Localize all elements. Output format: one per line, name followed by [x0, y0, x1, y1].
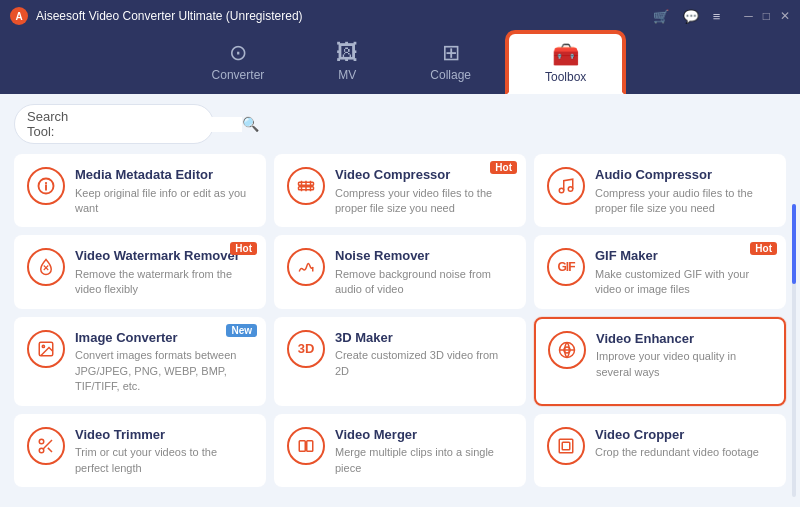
search-input[interactable] [74, 117, 242, 132]
tool-desc-video-compressor: Compress your video files to the proper … [335, 186, 513, 217]
app-title: Aiseesoft Video Converter Ultimate (Unre… [36, 9, 303, 23]
tool-icon-media-metadata-editor [27, 167, 65, 205]
svg-rect-22 [307, 440, 313, 451]
tool-icon-audio-compressor [547, 167, 585, 205]
tool-text-video-merger: Video Merger Merge multiple clips into a… [335, 427, 513, 476]
tab-mv[interactable]: 🖼 MV [300, 32, 394, 94]
scroll-track [792, 204, 796, 497]
tool-name-video-trimmer: Video Trimmer [75, 427, 253, 443]
badge-image-converter: New [226, 324, 257, 337]
tool-card-media-metadata-editor[interactable]: Media Metadata Editor Keep original file… [14, 154, 266, 227]
tool-card-audio-compressor[interactable]: Audio Compressor Compress your audio fil… [534, 154, 786, 227]
svg-rect-25 [562, 442, 570, 450]
tool-desc-media-metadata-editor: Keep original file info or edit as you w… [75, 186, 253, 217]
tool-text-video-watermark-remover: Video Watermark Remover Remove the water… [75, 248, 253, 297]
app-logo: A [10, 7, 28, 25]
svg-point-17 [39, 439, 44, 444]
svg-point-13 [42, 345, 44, 347]
tool-desc-video-merger: Merge multiple clips into a single piece [335, 445, 513, 476]
tool-name-video-watermark-remover: Video Watermark Remover [75, 248, 253, 264]
window-controls: ─ □ ✕ [744, 9, 790, 23]
tool-card-video-merger[interactable]: Video Merger Merge multiple clips into a… [274, 414, 526, 487]
tools-grid: Media Metadata Editor Keep original file… [14, 154, 786, 487]
tool-icon-video-trimmer [27, 427, 65, 465]
search-label: Search Tool: [27, 109, 68, 139]
tool-text-image-converter: Image Converter Convert images formats b… [75, 330, 253, 395]
tool-card-video-watermark-remover[interactable]: Video Watermark Remover Remove the water… [14, 235, 266, 308]
mv-label: MV [338, 68, 356, 82]
tool-card-gif-maker[interactable]: GIF GIF Maker Make customized GIF with y… [534, 235, 786, 308]
tool-text-video-trimmer: Video Trimmer Trim or cut your videos to… [75, 427, 253, 476]
title-bar-left: A Aiseesoft Video Converter Ultimate (Un… [10, 7, 303, 25]
tool-card-noise-remover[interactable]: Noise Remover Remove background noise fr… [274, 235, 526, 308]
tool-desc-image-converter: Convert images formats between JPG/JPEG,… [75, 348, 253, 394]
tool-name-media-metadata-editor: Media Metadata Editor [75, 167, 253, 183]
converter-label: Converter [212, 68, 265, 82]
tab-collage[interactable]: ⊞ Collage [394, 32, 507, 94]
tool-text-video-cropper: Video Cropper Crop the redundant video f… [595, 427, 773, 461]
badge-video-watermark-remover: Hot [230, 242, 257, 255]
tab-toolbox[interactable]: 🧰 Toolbox [507, 32, 624, 94]
tool-desc-audio-compressor: Compress your audio files to the proper … [595, 186, 773, 217]
tool-desc-video-trimmer: Trim or cut your videos to the perfect l… [75, 445, 253, 476]
tool-text-audio-compressor: Audio Compressor Compress your audio fil… [595, 167, 773, 216]
svg-rect-24 [559, 439, 573, 453]
cart-icon[interactable]: 🛒 [653, 9, 669, 24]
minimize-button[interactable]: ─ [744, 9, 753, 23]
tool-name-video-enhancer: Video Enhancer [596, 331, 772, 347]
tool-desc-video-cropper: Crop the redundant video footage [595, 445, 773, 460]
converter-icon: ⊙ [229, 40, 247, 66]
title-bar: A Aiseesoft Video Converter Ultimate (Un… [0, 0, 800, 32]
badge-gif-maker: Hot [750, 242, 777, 255]
tool-desc-video-enhancer: Improve your video quality in several wa… [596, 349, 772, 380]
tool-desc-gif-maker: Make customized GIF with your video or i… [595, 267, 773, 298]
svg-line-20 [48, 447, 52, 451]
tool-icon-video-enhancer [548, 331, 586, 369]
menu-icon[interactable]: ≡ [713, 9, 721, 24]
tab-converter[interactable]: ⊙ Converter [176, 32, 301, 94]
svg-point-9 [568, 187, 573, 192]
tool-card-video-cropper[interactable]: Video Cropper Crop the redundant video f… [534, 414, 786, 487]
tool-icon-video-watermark-remover [27, 248, 65, 286]
tool-icon-video-compressor [287, 167, 325, 205]
tool-icon-gif-maker: GIF [547, 248, 585, 286]
svg-point-8 [559, 188, 564, 193]
tool-text-media-metadata-editor: Media Metadata Editor Keep original file… [75, 167, 253, 216]
toolbox-label: Toolbox [545, 70, 586, 84]
nav-bar: ⊙ Converter 🖼 MV ⊞ Collage 🧰 Toolbox [0, 32, 800, 94]
tool-icon-noise-remover [287, 248, 325, 286]
collage-label: Collage [430, 68, 471, 82]
tool-name-video-cropper: Video Cropper [595, 427, 773, 443]
tool-name-video-compressor: Video Compressor [335, 167, 513, 183]
search-icon[interactable]: 🔍 [242, 116, 259, 132]
tool-card-3d-maker[interactable]: 3D 3D Maker Create customized 3D video f… [274, 317, 526, 406]
tool-desc-3d-maker: Create customized 3D video from 2D [335, 348, 513, 379]
maximize-button[interactable]: □ [763, 9, 770, 23]
tool-card-image-converter[interactable]: Image Converter Convert images formats b… [14, 317, 266, 406]
mv-icon: 🖼 [336, 40, 358, 66]
tool-card-video-trimmer[interactable]: Video Trimmer Trim or cut your videos to… [14, 414, 266, 487]
tool-icon-video-merger [287, 427, 325, 465]
tool-icon-3d-maker: 3D [287, 330, 325, 368]
tool-card-video-compressor[interactable]: Video Compressor Compress your video fil… [274, 154, 526, 227]
tool-text-gif-maker: GIF Maker Make customized GIF with your … [595, 248, 773, 297]
scroll-thumb[interactable] [792, 204, 796, 284]
svg-rect-21 [299, 440, 305, 451]
main-content: Search Tool: 🔍 Media Metadata Editor Kee… [0, 94, 800, 507]
chat-icon[interactable]: 💬 [683, 9, 699, 24]
tool-name-video-merger: Video Merger [335, 427, 513, 443]
tool-name-gif-maker: GIF Maker [595, 248, 773, 264]
tool-text-3d-maker: 3D Maker Create customized 3D video from… [335, 330, 513, 379]
tool-name-noise-remover: Noise Remover [335, 248, 513, 264]
tool-card-video-enhancer[interactable]: Video Enhancer Improve your video qualit… [534, 317, 786, 406]
title-bar-right: 🛒 💬 ≡ ─ □ ✕ [653, 9, 790, 24]
tool-name-audio-compressor: Audio Compressor [595, 167, 773, 183]
badge-video-compressor: Hot [490, 161, 517, 174]
toolbox-icon: 🧰 [552, 42, 579, 68]
tool-name-3d-maker: 3D Maker [335, 330, 513, 346]
tool-icon-video-cropper [547, 427, 585, 465]
tool-text-video-compressor: Video Compressor Compress your video fil… [335, 167, 513, 216]
tool-desc-noise-remover: Remove background noise from audio of vi… [335, 267, 513, 298]
close-button[interactable]: ✕ [780, 9, 790, 23]
collage-icon: ⊞ [442, 40, 460, 66]
